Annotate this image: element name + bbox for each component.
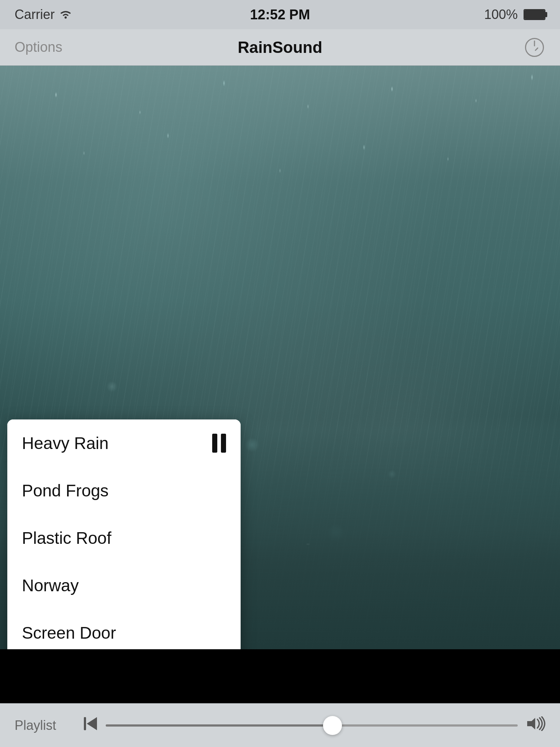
carrier-label: Carrier: [15, 7, 55, 22]
volume-track: [106, 724, 518, 727]
status-right: 100%: [484, 7, 545, 22]
prev-button[interactable]: [84, 716, 97, 734]
timer-icon: [525, 38, 544, 57]
playback-controls: [84, 715, 545, 736]
bottom-bar: Playlist: [0, 703, 560, 747]
menu-item-screen-door[interactable]: Screen Door: [7, 609, 241, 649]
volume-thumb[interactable]: [323, 716, 342, 735]
timer-button[interactable]: [524, 36, 545, 58]
menu-item-heavy-rain[interactable]: Heavy Rain: [7, 419, 241, 467]
menu-item-label-screen-door: Screen Door: [22, 623, 116, 643]
volume-icon: [526, 716, 545, 734]
pause-bar-left: [212, 434, 217, 453]
status-time: 12:52 PM: [250, 7, 310, 23]
pause-bar-right: [221, 434, 226, 453]
pause-icon: [212, 434, 226, 453]
nav-bar: Options RainSound: [0, 29, 560, 66]
wifi-icon: [59, 7, 72, 22]
volume-fill: [106, 724, 332, 727]
battery-icon: [524, 9, 545, 20]
menu-item-pond-frogs[interactable]: Pond Frogs: [7, 467, 241, 514]
menu-item-label-heavy-rain: Heavy Rain: [22, 433, 109, 453]
menu-item-label-plastic-roof: Plastic Roof: [22, 528, 111, 548]
svg-point-0: [65, 16, 67, 19]
playlist-button[interactable]: Playlist: [15, 718, 73, 733]
nav-title: RainSound: [238, 38, 322, 57]
svg-rect-2: [84, 717, 86, 730]
popup-menu: Heavy Rain Pond Frogs Plastic Roof Norwa…: [7, 419, 241, 649]
menu-item-label-norway: Norway: [22, 576, 79, 595]
menu-item-plastic-roof[interactable]: Plastic Roof: [7, 514, 241, 562]
svg-marker-1: [87, 717, 97, 730]
battery-percent: 100%: [484, 7, 518, 22]
menu-item-label-pond-frogs: Pond Frogs: [22, 481, 109, 500]
options-button[interactable]: Options: [15, 39, 62, 55]
volume-slider[interactable]: [106, 715, 518, 736]
svg-marker-3: [527, 718, 535, 729]
rain-image: Heavy Rain Pond Frogs Plastic Roof Norwa…: [0, 66, 560, 649]
status-bar: Carrier 12:52 PM 100%: [0, 0, 560, 29]
menu-item-norway[interactable]: Norway: [7, 562, 241, 609]
carrier-info: Carrier: [15, 7, 72, 22]
